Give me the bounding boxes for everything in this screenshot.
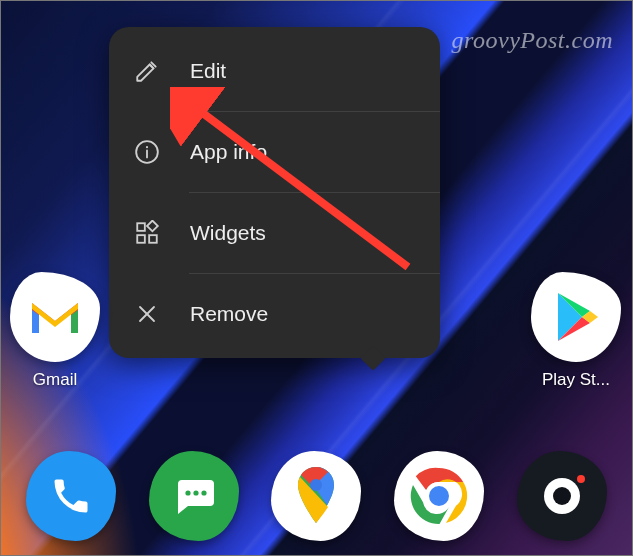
phone-icon <box>49 474 93 518</box>
widgets-icon <box>134 220 160 246</box>
svg-point-11 <box>193 490 198 495</box>
menu-item-edit[interactable]: Edit <box>109 31 440 111</box>
info-icon <box>134 139 160 165</box>
dock-app-phone[interactable] <box>26 451 116 541</box>
messages-icon <box>170 472 218 520</box>
dock-app-messages[interactable] <box>149 451 239 541</box>
dock <box>0 436 633 556</box>
play-store-icon <box>531 272 621 362</box>
watermark-text: groovyPost.com <box>452 27 613 54</box>
menu-item-app-info[interactable]: App info <box>109 112 440 192</box>
maps-icon <box>293 467 339 525</box>
menu-item-label: Edit <box>190 59 226 83</box>
svg-rect-6 <box>147 221 158 232</box>
close-icon <box>134 301 160 327</box>
svg-point-13 <box>310 479 322 491</box>
dock-app-chrome[interactable] <box>394 451 484 541</box>
svg-point-19 <box>577 475 585 483</box>
svg-rect-4 <box>137 235 145 243</box>
dock-app-camera[interactable] <box>517 451 607 541</box>
gmail-icon <box>10 272 100 362</box>
app-label: Gmail <box>33 370 77 390</box>
app-gmail[interactable]: Gmail <box>10 272 100 390</box>
menu-item-widgets[interactable]: Widgets <box>109 193 440 273</box>
menu-item-remove[interactable]: Remove <box>109 274 440 354</box>
dock-app-maps[interactable] <box>271 451 361 541</box>
app-play-store[interactable]: Play St... <box>531 272 621 390</box>
svg-point-12 <box>201 490 206 495</box>
svg-rect-5 <box>149 235 157 243</box>
menu-item-label: App info <box>190 140 267 164</box>
chrome-icon <box>408 465 470 527</box>
svg-rect-3 <box>137 223 145 231</box>
svg-point-2 <box>146 146 148 148</box>
camera-icon <box>532 466 592 526</box>
app-label: Play St... <box>542 370 610 390</box>
svg-point-10 <box>185 490 190 495</box>
svg-point-18 <box>553 487 571 505</box>
app-context-menu: Edit App info Widgets Remove <box>109 27 440 358</box>
menu-item-label: Remove <box>190 302 268 326</box>
menu-item-label: Widgets <box>190 221 266 245</box>
pencil-icon <box>134 58 160 84</box>
